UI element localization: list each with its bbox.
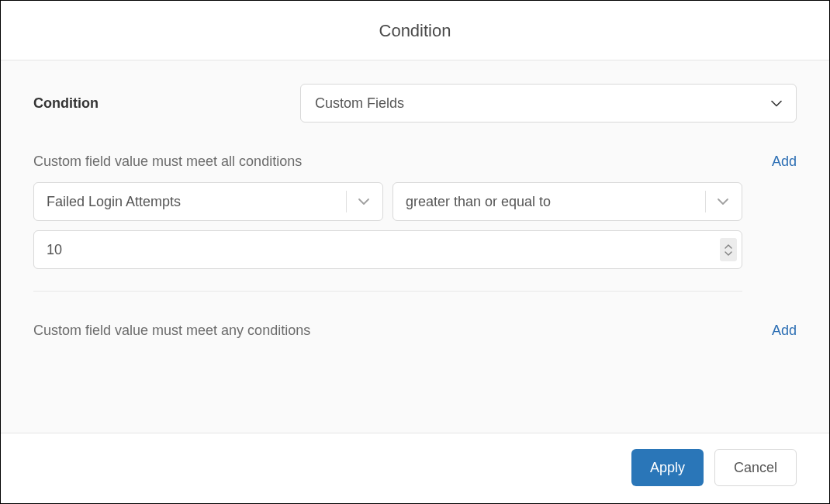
operator-select[interactable]: greater than or equal to [393, 182, 742, 221]
operator-select-value: greater than or equal to [406, 194, 705, 210]
dialog-header: Condition [1, 1, 829, 60]
dialog-title: Condition [1, 21, 829, 41]
condition-value-input[interactable] [47, 242, 720, 258]
section-divider [33, 291, 742, 292]
dialog-content: Condition Custom Fields Custom field val… [1, 60, 829, 433]
condition-type-select[interactable]: Custom Fields [300, 84, 797, 123]
dialog-footer: Apply Cancel [1, 433, 829, 503]
chevron-up-icon [725, 244, 732, 249]
condition-form-group: Condition Custom Fields [33, 84, 797, 123]
value-input-wrapper [33, 230, 742, 269]
chevron-down-icon [771, 96, 782, 110]
condition-label: Condition [33, 95, 300, 112]
any-conditions-label: Custom field value must meet any conditi… [33, 323, 310, 339]
add-all-condition-link[interactable]: Add [772, 154, 797, 170]
condition-row: Failed Login Attempts greater than or eq… [33, 182, 742, 221]
select-divider [346, 191, 347, 212]
all-conditions-label: Custom field value must meet all conditi… [33, 154, 302, 170]
chevron-down-icon [358, 195, 370, 209]
condition-type-value: Custom Fields [315, 95, 771, 112]
all-conditions-header: Custom field value must meet all conditi… [33, 154, 797, 170]
any-conditions-header: Custom field value must meet any conditi… [33, 323, 797, 339]
field-select-value: Failed Login Attempts [47, 194, 346, 210]
field-select[interactable]: Failed Login Attempts [33, 182, 383, 221]
add-any-condition-link[interactable]: Add [772, 323, 797, 339]
chevron-down-icon [717, 195, 729, 209]
select-divider [705, 191, 706, 212]
cancel-button[interactable]: Cancel [714, 449, 797, 486]
apply-button[interactable]: Apply [631, 449, 704, 486]
number-stepper[interactable] [720, 238, 737, 261]
chevron-down-icon [725, 251, 732, 256]
